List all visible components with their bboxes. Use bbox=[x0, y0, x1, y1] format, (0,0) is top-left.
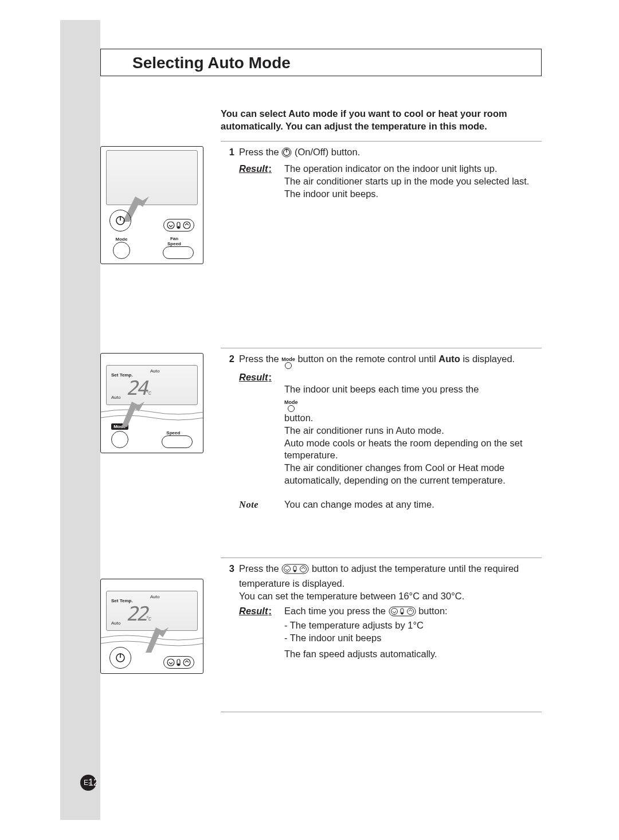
svg-point-26 bbox=[401, 612, 403, 614]
step1-text-a: Press the bbox=[239, 147, 281, 157]
step2-text-c: Auto bbox=[438, 354, 460, 364]
svg-point-5 bbox=[177, 226, 179, 228]
svg-marker-10 bbox=[122, 402, 144, 427]
step1-result: The operation indicator on the indoor un… bbox=[276, 163, 542, 200]
svg-point-13 bbox=[167, 659, 174, 666]
fan-speed-button bbox=[163, 246, 194, 259]
svg-point-16 bbox=[183, 659, 190, 666]
mode-icon-text: Mode bbox=[281, 356, 295, 362]
step3-range: You can set the temperature between 16°C… bbox=[239, 590, 542, 603]
remote3-temp: 22 bbox=[126, 602, 146, 625]
result-label: Result bbox=[239, 605, 276, 661]
step3-result-a: Each time you press the bbox=[284, 606, 389, 616]
separator bbox=[221, 558, 542, 558]
mode-label: Mode bbox=[110, 237, 133, 242]
mode-icon-text: Mode bbox=[284, 399, 298, 405]
power-icon bbox=[115, 653, 126, 663]
svg-text:12: 12 bbox=[88, 778, 97, 787]
mode-button bbox=[111, 431, 128, 448]
svg-point-21 bbox=[294, 570, 296, 572]
svg-point-6 bbox=[183, 222, 190, 229]
auto-label: Auto bbox=[150, 594, 159, 599]
auto-label: Auto bbox=[150, 368, 159, 374]
step-number: 1 bbox=[224, 146, 239, 201]
svg-marker-17 bbox=[146, 627, 169, 653]
result-label: Result bbox=[239, 371, 276, 487]
remote3-screen: Set Temp. Auto Auto 22°c bbox=[106, 591, 198, 631]
svg-point-27 bbox=[407, 608, 413, 614]
remote-illustration-1: Mode Fan Speed bbox=[100, 146, 203, 264]
fan-speed-label: Fan Speed bbox=[163, 236, 186, 246]
power-icon bbox=[115, 215, 126, 226]
temp-button bbox=[163, 656, 194, 669]
svg-point-15 bbox=[177, 664, 179, 666]
result-label: Result bbox=[239, 163, 276, 200]
temp-pill-icon-inline bbox=[389, 606, 416, 620]
separator bbox=[221, 348, 542, 348]
step3-body: Press the button to adjust the temperatu… bbox=[239, 563, 542, 660]
step3-result: Each time you press the button: - The te… bbox=[276, 605, 542, 661]
power-button bbox=[109, 647, 131, 669]
tear-line-icon bbox=[101, 407, 203, 421]
step3-text-a: Press the bbox=[239, 563, 281, 574]
speed-label: Speed bbox=[162, 430, 185, 435]
step2-text-d: is displayed. bbox=[463, 354, 515, 364]
remote2-screen: Set Temp. Auto Auto 24°c bbox=[106, 365, 198, 405]
step1-text-b: (On/Off) button. bbox=[295, 147, 360, 157]
step2-text-b: button on the remote control until bbox=[297, 354, 438, 364]
step2-body: Press the Mode button on the remote cont… bbox=[239, 353, 542, 511]
remote3-unit: °c bbox=[146, 615, 151, 622]
auto-label-2: Auto bbox=[111, 621, 120, 626]
remote-illustration-2: Set Temp. Auto Auto 24°c Mode bbox=[100, 353, 203, 453]
power-icon-inline bbox=[281, 147, 292, 161]
step1-body: Press the (On/Off) button. Result The op… bbox=[239, 146, 542, 201]
temp-pill-icon bbox=[166, 658, 191, 667]
temp-button bbox=[163, 219, 194, 231]
mode-icon-inline: Mode bbox=[284, 400, 298, 412]
fan-speed-button bbox=[162, 435, 193, 448]
step-number: 2 bbox=[224, 353, 239, 511]
page-heading-box: Selecting Auto Mode bbox=[100, 49, 542, 76]
step2-result-a: The indoor unit beeps each time you pres… bbox=[284, 384, 479, 394]
mode-button bbox=[113, 242, 130, 259]
svg-point-24 bbox=[391, 608, 397, 614]
temp-pill-icon bbox=[166, 221, 191, 230]
auto-label-2: Auto bbox=[111, 395, 120, 400]
svg-point-22 bbox=[300, 566, 307, 572]
note-label: Note bbox=[239, 498, 276, 511]
power-button bbox=[109, 210, 131, 231]
page-heading: Selecting Auto Mode bbox=[132, 54, 510, 72]
intro-text: You can select Auto mode if you want to … bbox=[221, 108, 542, 133]
step-number: 3 bbox=[224, 563, 239, 660]
remote2-temp: 24 bbox=[126, 376, 146, 399]
remote1-screen bbox=[106, 150, 198, 205]
step2-result: The indoor unit beeps each time you pres… bbox=[276, 371, 542, 487]
pointer-arrow-icon bbox=[122, 402, 144, 427]
remote2-unit: °c bbox=[146, 390, 151, 396]
step3-result-c: The fan speed adjusts automatically. bbox=[284, 648, 542, 661]
page-number-badge: E- 12 bbox=[80, 774, 97, 791]
separator bbox=[221, 141, 542, 142]
step2-result-b: button. The air conditioner runs in Auto… bbox=[284, 413, 523, 485]
step2-text-a: Press the bbox=[239, 354, 281, 364]
svg-point-3 bbox=[167, 222, 174, 229]
mode-icon-inline: Mode bbox=[281, 357, 295, 369]
svg-point-19 bbox=[284, 566, 291, 572]
remote-illustration-3: Set Temp. Auto Auto 22°c bbox=[100, 579, 203, 674]
pointer-arrow-icon bbox=[146, 627, 169, 653]
step2-note: You can change modes at any time. bbox=[276, 498, 542, 511]
temp-pill-icon-inline bbox=[281, 564, 309, 578]
separator bbox=[221, 712, 542, 712]
